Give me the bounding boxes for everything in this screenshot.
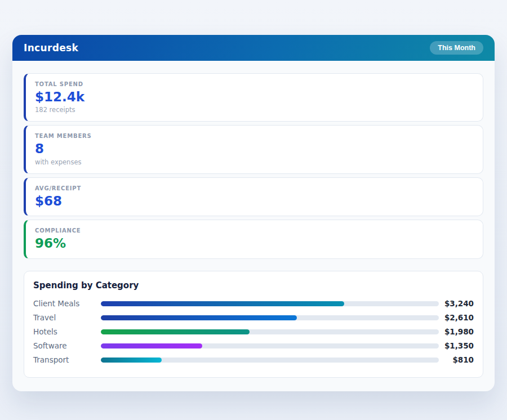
bar-fill bbox=[101, 358, 162, 363]
category-bar-row: Software $1,350 bbox=[33, 339, 474, 353]
period-selector-badge[interactable]: This Month bbox=[430, 41, 483, 55]
bar-fill bbox=[101, 315, 297, 320]
bar-track bbox=[101, 358, 439, 363]
category-label: Hotels bbox=[33, 327, 101, 336]
bar-track bbox=[101, 343, 439, 348]
category-label: Transport bbox=[33, 355, 101, 364]
stat-value: $68 bbox=[35, 194, 474, 208]
category-bar-row: Client Meals $3,240 bbox=[33, 297, 474, 311]
category-value: $1,980 bbox=[442, 327, 474, 336]
category-bar-row: Transport $810 bbox=[33, 353, 474, 367]
bar-fill bbox=[101, 329, 250, 334]
bar-track bbox=[101, 301, 439, 306]
bar-track bbox=[101, 315, 439, 320]
category-value: $3,240 bbox=[442, 299, 474, 308]
category-bar-row: Hotels $1,980 bbox=[33, 325, 474, 339]
category-value: $810 bbox=[442, 355, 474, 364]
stat-label: COMPLIANCE bbox=[35, 227, 474, 234]
bar-track bbox=[101, 329, 439, 334]
chart-title: Spending by Category bbox=[33, 280, 474, 291]
stats-section: TOTAL SPEND $12.4k 182 receipts TEAM MEM… bbox=[24, 73, 483, 259]
dashboard-panel: Incurdesk This Month TOTAL SPEND $12.4k … bbox=[12, 35, 495, 391]
stat-value: 96% bbox=[35, 236, 474, 251]
stat-subtext: with expenses bbox=[35, 158, 474, 166]
category-bar-row: Travel $2,610 bbox=[33, 311, 474, 325]
stat-label: TEAM MEMBERS bbox=[35, 133, 474, 139]
category-label: Software bbox=[33, 341, 101, 350]
chart-rows: Client Meals $3,240 Travel $2,610 Hotels bbox=[33, 297, 474, 367]
stat-value: 8 bbox=[35, 141, 474, 156]
stat-card: TEAM MEMBERS 8 with expenses bbox=[24, 125, 483, 173]
category-value: $1,350 bbox=[442, 341, 474, 350]
category-label: Travel bbox=[33, 313, 101, 322]
app-title: Incurdesk bbox=[24, 42, 78, 53]
stat-value: $12.4k bbox=[35, 90, 474, 104]
bar-fill bbox=[101, 343, 202, 348]
category-label: Client Meals bbox=[33, 299, 101, 308]
stat-card: TOTAL SPEND $12.4k 182 receipts bbox=[24, 73, 483, 122]
stat-subtext: 182 receipts bbox=[35, 106, 474, 114]
stat-label: AVG/RECEIPT bbox=[35, 185, 474, 191]
panel-body: TOTAL SPEND $12.4k 182 receipts TEAM MEM… bbox=[12, 61, 495, 391]
bar-fill bbox=[101, 301, 344, 306]
stat-card: COMPLIANCE 96% bbox=[24, 220, 483, 258]
stat-card: AVG/RECEIPT $68 bbox=[24, 177, 483, 216]
category-value: $2,610 bbox=[442, 313, 474, 322]
stat-label: TOTAL SPEND bbox=[35, 81, 474, 87]
app-header: Incurdesk This Month bbox=[12, 35, 495, 61]
spending-chart-card: Spending by Category Client Meals $3,240… bbox=[24, 271, 483, 378]
